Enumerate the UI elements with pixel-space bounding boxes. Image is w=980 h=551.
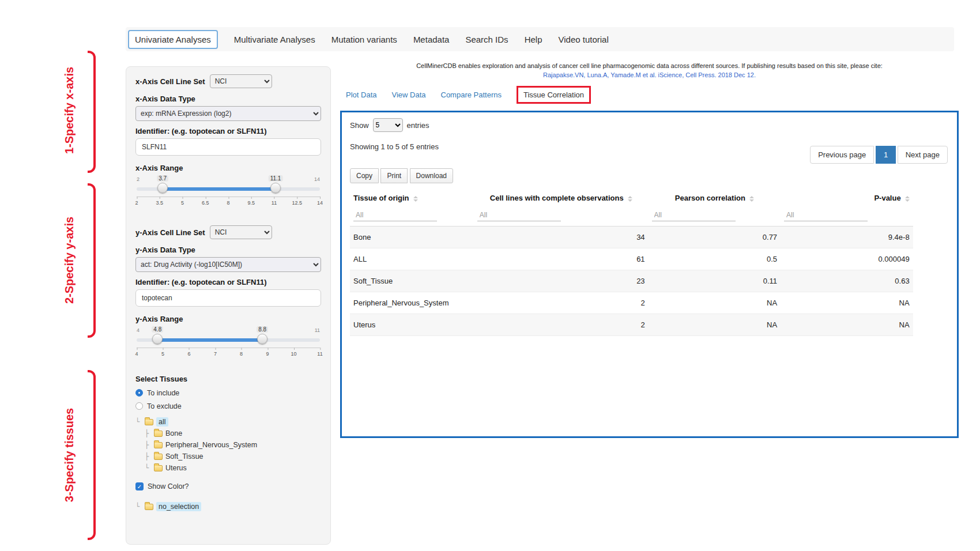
citation-block: CellMinerCDB enables exploration and ana… — [340, 62, 959, 80]
cell-count: 2 — [474, 314, 649, 336]
citation-link[interactable]: Rajapakse.VN, Luna.A, Yamade.M et al. iS… — [340, 71, 959, 80]
filter-cell-lines-input[interactable] — [477, 209, 561, 221]
tab-video-tutorial[interactable]: Video tutorial — [558, 35, 608, 44]
exclude-radio-row[interactable]: To exclude — [135, 399, 321, 413]
tree-connector: └ — [145, 464, 152, 472]
subtab-tissue-correlation[interactable]: Tissue Correlation — [517, 86, 591, 104]
annotation-step1-label: 1-Specify x-axis — [63, 47, 76, 174]
tab-univariate-analyses[interactable]: Univariate Analyses — [128, 30, 218, 49]
y-data-type-select[interactable]: act: Drug Activity (-log10[IC50M]) — [135, 257, 321, 272]
tree-connector: └ — [135, 418, 143, 426]
cell-count: 23 — [474, 270, 649, 292]
axis-tick: 6.5 — [202, 200, 209, 206]
sort-icon — [905, 196, 910, 202]
tissue-correlation-table: Tissue of origin Cell lines with complet… — [350, 188, 913, 336]
tree-connector: └ — [135, 503, 143, 511]
sort-icon — [628, 196, 632, 202]
x-range-min-label: 2 — [137, 176, 140, 182]
cell-p-value: NA — [781, 292, 913, 314]
exclude-radio[interactable] — [135, 402, 143, 410]
y-range-min-label: 4 — [137, 327, 140, 333]
axis-tick: 3.5 — [156, 200, 163, 206]
column-header-p-value[interactable]: P-value — [781, 188, 913, 208]
filter-tissue-input[interactable] — [353, 209, 437, 221]
tree-node-all[interactable]: └ all — [135, 416, 321, 428]
x-identifier-input[interactable] — [135, 138, 321, 156]
tree-connector: ├ — [145, 429, 152, 437]
column-header-tissue-of-origin[interactable]: Tissue of origin — [350, 188, 474, 208]
axis-tick: 10 — [291, 351, 297, 357]
column-header-cell-lines[interactable]: Cell lines with complete observations — [474, 188, 649, 208]
page-1-button[interactable]: 1 — [876, 146, 896, 164]
x-data-type-select[interactable]: exp: mRNA Expression (log2) — [135, 106, 321, 121]
axis-tick: 5 — [161, 351, 164, 357]
axis-tick: 12.5 — [292, 200, 302, 206]
y-range-label: y-Axis Range — [135, 315, 321, 323]
tree-node-uterus[interactable]: └ Uterus — [135, 462, 321, 474]
x-range-handle-low[interactable] — [157, 183, 168, 193]
y-range-handle-low[interactable] — [152, 334, 163, 344]
cell-tissue: Uterus — [350, 314, 474, 336]
column-header-pearson-correlation[interactable]: Pearson correlation — [649, 188, 781, 208]
exclude-radio-label: To exclude — [147, 402, 182, 410]
x-identifier-label: Identifier: (e.g. topotecan or SLFN11) — [135, 127, 321, 135]
x-range-label: x-Axis Range — [135, 164, 321, 172]
tree-node-no-selection-label: no_selection — [156, 502, 201, 511]
include-radio-row[interactable]: To include — [135, 386, 321, 399]
x-cell-line-set-select[interactable]: NCI — [210, 74, 272, 88]
x-range-handle-high[interactable] — [270, 183, 281, 193]
copy-button[interactable]: Copy — [350, 168, 379, 183]
filter-pearson-input[interactable] — [652, 209, 736, 221]
subtab-plot-data[interactable]: Plot Data — [346, 90, 376, 99]
tab-multivariate-analyses[interactable]: Multivariate Analyses — [234, 35, 315, 44]
table-filter-row — [350, 208, 913, 227]
folder-icon — [154, 465, 163, 471]
y-range-max-label: 11 — [315, 327, 320, 333]
filter-p-value-input[interactable] — [784, 209, 868, 221]
include-radio-label: To include — [147, 389, 179, 397]
next-page-button[interactable]: Next page — [898, 146, 948, 164]
y-identifier-input[interactable] — [135, 289, 321, 307]
download-button[interactable]: Download — [410, 168, 453, 183]
tab-help[interactable]: Help — [525, 35, 542, 44]
show-color-checkbox[interactable]: ✓ — [135, 482, 144, 490]
folder-icon — [154, 454, 163, 460]
table-row: Soft_Tissue 23 0.11 0.63 — [350, 270, 913, 292]
pagination: Previous page 1 Next page — [811, 146, 948, 164]
axis-tick: 5 — [181, 200, 184, 206]
y-range-handle-high[interactable] — [257, 334, 267, 344]
tree-node-bone[interactable]: ├ Bone — [135, 428, 321, 439]
y-cell-line-set-select[interactable]: NCI — [210, 225, 272, 239]
tree-node-peripheral-nervous-system[interactable]: ├ Peripheral_Nervous_System — [135, 439, 321, 451]
x-range-slider: 2 14 3.7 11.1 2 3.5 5 6.5 8 9.5 11 12.5 … — [137, 175, 320, 209]
tab-mutation-variants[interactable]: Mutation variants — [331, 35, 397, 44]
tree-node-soft-tissue[interactable]: ├ Soft_Tissue — [135, 451, 321, 462]
cell-count: 61 — [474, 248, 649, 270]
tissue-correlation-panel: Show 5 entries Showing 1 to 5 of 5 entri… — [340, 111, 959, 438]
axis-tick: 11 — [272, 200, 277, 206]
previous-page-button[interactable]: Previous page — [810, 146, 874, 164]
show-color-row[interactable]: ✓ Show Color? — [135, 480, 321, 493]
cell-pearson: 0.77 — [649, 227, 781, 248]
cell-pearson: 0.5 — [649, 248, 781, 270]
annotation-step3-bracket — [88, 370, 96, 540]
page-length-select[interactable]: 5 — [373, 118, 403, 132]
tab-metadata[interactable]: Metadata — [413, 35, 450, 44]
citation-text: CellMinerCDB enables exploration and ana… — [340, 62, 959, 71]
tab-search-ids[interactable]: Search IDs — [465, 35, 508, 44]
tissue-tree: └ all ├ Bone ├ Peripheral_Nervous_System… — [135, 416, 321, 474]
y-range-axis — [137, 348, 320, 348]
table-row: Bone 34 0.77 9.4e-8 — [350, 227, 913, 248]
cell-tissue: Soft_Tissue — [350, 270, 474, 292]
tree-node-no-selection[interactable]: └ no_selection — [135, 501, 321, 512]
subtab-compare-patterns[interactable]: Compare Patterns — [441, 90, 502, 99]
annotation-step3-label: 3-Specify tissues — [63, 392, 76, 519]
y-range-selected-bar — [157, 338, 262, 342]
subtab-view-data[interactable]: View Data — [391, 90, 425, 99]
print-button[interactable]: Print — [380, 168, 408, 183]
show-label: Show — [350, 121, 369, 130]
tree-node-bone-label: Bone — [165, 429, 182, 437]
include-radio[interactable] — [135, 389, 143, 397]
selection-tree: └ no_selection — [135, 501, 321, 512]
annotation-step2-bracket — [88, 183, 96, 338]
